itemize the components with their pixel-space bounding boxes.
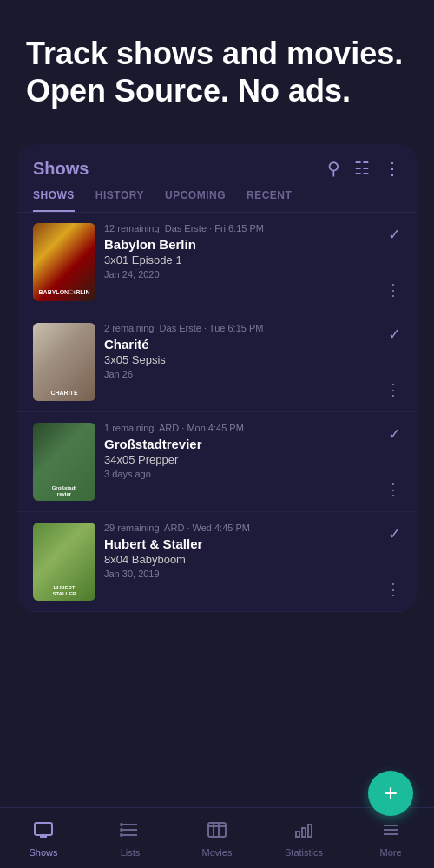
nav-movies[interactable]: Movies [174,819,260,858]
show-episode: 34x05 Prepper [104,453,377,466]
show-info: 12 remaining Das Erste · Fri 6:15 PM Bab… [95,223,385,301]
show-title: Babylon Berlin [104,237,377,252]
show-date: Jan 26 [104,369,377,379]
show-thumbnail [33,523,95,601]
show-episode: 3x01 Episode 1 [104,253,377,266]
show-meta: 12 remaining Das Erste · Fri 6:15 PM [104,223,377,233]
more-options-icon[interactable]: ⋮ [385,480,401,499]
filter-icon[interactable]: ☷ [354,158,370,179]
hero-section: Track shows and movies. Open Source. No … [0,0,434,135]
list-item: 2 remaining Das Erste · Tue 6:15 PM Char… [17,312,417,412]
check-icon[interactable]: ✓ [388,325,401,344]
more-options-icon[interactable]: ⋮ [385,380,401,399]
card-header-icons: ⚲ ☷ ⋮ [327,158,401,179]
svg-point-6 [121,824,122,825]
hero-title: Track shows and movies. Open Source. No … [26,35,408,109]
show-meta: 1 remaining ARD · Mon 4:45 PM [104,423,377,433]
show-thumbnail [33,423,95,501]
tab-recent[interactable]: RECENT [247,189,292,212]
show-date: Jan 30, 2019 [104,569,377,579]
search-icon[interactable]: ⚲ [327,158,340,179]
movies-icon [207,819,227,844]
svg-point-8 [121,834,122,836]
tab-bar: SHOWS HISTORY UPCOMING RECENT [17,179,417,213]
remaining-count: 2 remaining [104,323,154,333]
show-actions: ✓ ⋮ [385,323,401,401]
nav-more[interactable]: More [347,819,434,858]
svg-rect-17 [308,825,312,837]
nav-statistics[interactable]: Statistics [260,819,347,858]
nav-lists[interactable]: Lists [87,819,174,858]
overflow-menu-icon[interactable]: ⋮ [384,158,401,179]
lists-icon [120,819,141,844]
show-actions: ✓ ⋮ [385,223,401,301]
remaining-count: 29 remaining [104,523,160,533]
show-title: Hubert & Staller [104,536,377,551]
more-icon [380,819,401,844]
tab-history[interactable]: HISTORY [95,189,144,212]
check-icon[interactable]: ✓ [388,225,401,244]
show-thumbnail [33,323,95,401]
app-card: Shows ⚲ ☷ ⋮ SHOWS HISTORY UPCOMING RECEN… [17,144,417,612]
check-icon[interactable]: ✓ [388,424,401,444]
show-actions: ✓ ⋮ [385,423,401,501]
tv-icon [33,819,54,844]
svg-point-7 [121,829,122,831]
show-meta: 2 remaining Das Erste · Tue 6:15 PM [104,323,377,333]
nav-shows[interactable]: Shows [0,819,87,858]
statistics-icon [293,819,314,844]
show-actions: ✓ ⋮ [385,523,401,601]
show-info: 29 remaining ARD · Wed 4:45 PM Hubert & … [95,523,385,601]
more-options-icon[interactable]: ⋮ [385,280,401,299]
bottom-navigation: Shows Lists Movies [0,807,434,868]
list-item: 12 remaining Das Erste · Fri 6:15 PM Bab… [17,213,417,312]
show-thumbnail [33,223,95,301]
tab-upcoming[interactable]: UPCOMING [165,189,226,212]
show-episode: 3x05 Sepsis [104,353,377,366]
card-header-title: Shows [33,159,89,179]
more-options-icon[interactable]: ⋮ [385,580,401,599]
nav-statistics-label: Statistics [285,847,323,858]
show-episode: 8x04 Babyboom [104,553,377,566]
svg-rect-16 [302,828,306,837]
nav-more-label: More [379,847,401,858]
show-title: Großstadtrevier [104,437,377,451]
svg-rect-9 [208,823,226,837]
show-date: 3 days ago [104,469,377,479]
nav-movies-label: Movies [202,847,233,858]
show-meta: 29 remaining ARD · Wed 4:45 PM [104,523,377,533]
card-header: Shows ⚲ ☷ ⋮ [17,144,417,179]
show-info: 2 remaining Das Erste · Tue 6:15 PM Char… [95,323,385,401]
nav-shows-label: Shows [29,847,57,858]
show-date: Jan 24, 2020 [104,269,377,279]
list-item: 1 remaining ARD · Mon 4:45 PM Großstadtr… [17,412,417,512]
svg-rect-0 [35,823,52,835]
list-item: 29 remaining ARD · Wed 4:45 PM Hubert & … [17,512,417,612]
remaining-count: 1 remaining [104,423,154,433]
show-list: 12 remaining Das Erste · Fri 6:15 PM Bab… [17,213,417,612]
show-info: 1 remaining ARD · Mon 4:45 PM Großstadtr… [95,423,385,501]
nav-lists-label: Lists [121,847,141,858]
remaining-count: 12 remaining [104,223,160,233]
svg-rect-15 [296,832,299,837]
check-icon[interactable]: ✓ [388,524,401,543]
tab-shows[interactable]: SHOWS [33,189,75,212]
show-title: Charité [104,337,377,352]
